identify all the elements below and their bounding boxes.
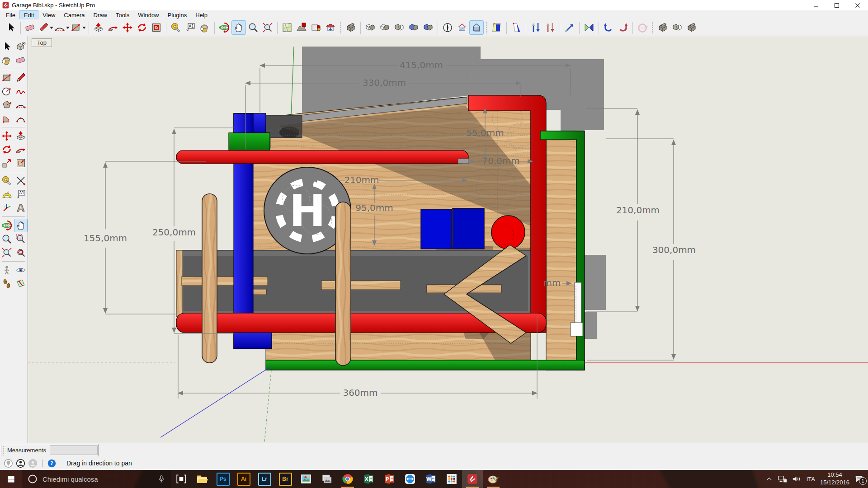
sign-in-avatar[interactable] <box>28 459 38 468</box>
start-button[interactable] <box>0 470 22 488</box>
palette-axes-button[interactable] <box>0 202 13 214</box>
toolbar-curve-redo-button[interactable] <box>616 21 630 34</box>
palette-orbit-button[interactable] <box>0 219 13 232</box>
palette-position-camera-button[interactable] <box>0 264 13 277</box>
toolbar-cube-c-button[interactable] <box>685 21 698 34</box>
toolbar-toggle-terrain-button[interactable] <box>295 21 308 34</box>
toolbar-sandbox-from-scratch-button[interactable] <box>509 21 523 34</box>
toolbar-outer-shell-button[interactable] <box>344 21 358 34</box>
toolbar-rotate-button[interactable] <box>135 21 149 34</box>
dropdown-caret-icon[interactable] <box>50 27 53 29</box>
microphone-icon[interactable] <box>157 474 165 484</box>
taskbar-app-explorer[interactable] <box>192 470 212 488</box>
toolbar-arrows-red-button[interactable] <box>543 21 557 34</box>
volume-icon[interactable] <box>792 475 802 483</box>
toolbar-move-button[interactable] <box>121 21 134 34</box>
palette-paint-button[interactable] <box>0 54 13 66</box>
network-icon[interactable] <box>778 475 787 483</box>
taskbar-app-lightroom[interactable]: Lr <box>254 470 275 488</box>
palette-pushpull-button[interactable] <box>14 130 27 142</box>
palette-pan-button[interactable] <box>14 219 27 232</box>
palette-zoom-button[interactable] <box>0 233 13 245</box>
toolbar-model-info-button[interactable] <box>324 21 337 34</box>
palette-move-button[interactable] <box>0 130 13 142</box>
toolbar-shadows-button[interactable] <box>470 21 483 34</box>
palette-rect-button[interactable] <box>0 71 13 84</box>
palette-scale-button[interactable] <box>0 157 13 169</box>
taskbar-app-excel[interactable]: X <box>358 470 379 488</box>
toolbar-tape-button[interactable] <box>169 21 183 34</box>
toolbar-arc-button[interactable] <box>54 21 70 34</box>
toolbar-solid-split-button[interactable] <box>421 21 435 34</box>
taskbar-app-office-hub[interactable] <box>441 470 462 488</box>
taskbar-app-image-viewer[interactable] <box>316 470 337 488</box>
palette-arc2-button[interactable] <box>14 112 27 125</box>
taskbar-app-sketchup[interactable] <box>462 470 483 488</box>
minimize-button[interactable] <box>806 0 826 10</box>
toolbar-select-button[interactable] <box>4 21 18 34</box>
menu-item-edit[interactable]: Edit <box>20 11 38 19</box>
toolbar-followme-button[interactable] <box>106 21 120 34</box>
toolbar-shadow-settings-button[interactable] <box>455 21 469 34</box>
geolocation-button[interactable] <box>4 459 13 468</box>
menu-item-tools[interactable]: Tools <box>112 11 133 19</box>
toolbar-solid-trim-button[interactable] <box>407 21 420 34</box>
dropdown-caret-icon[interactable] <box>82 27 86 29</box>
menu-item-view[interactable]: View <box>38 11 59 19</box>
toolbar-pan-button[interactable] <box>232 21 245 34</box>
palette-followme-button[interactable] <box>14 143 27 156</box>
toolbar-arrows-blue-button[interactable] <box>529 21 542 34</box>
menu-item-camera[interactable]: Camera <box>60 11 89 19</box>
toolbar-rect-button[interactable] <box>71 21 86 34</box>
dropdown-caret-icon[interactable] <box>66 27 70 29</box>
panel-drag-handle[interactable] <box>2 446 4 455</box>
taskbar-app-task-view[interactable] <box>171 470 192 488</box>
palette-dimension-button[interactable] <box>14 174 27 187</box>
scene-tab-top[interactable]: Top <box>32 38 52 47</box>
toolbar-offset-button[interactable] <box>150 21 163 34</box>
toolbar-solar-north-button[interactable] <box>441 21 454 34</box>
toolbar-curve-undo-button[interactable] <box>602 21 615 34</box>
toolbar-zoom-extents-button[interactable] <box>261 21 274 34</box>
palette-protractor-button[interactable] <box>0 188 13 201</box>
palette-select-button[interactable] <box>0 40 13 53</box>
tray-clock[interactable]: 10:54 15/12/2016 <box>820 471 849 487</box>
taskbar-app-word[interactable]: W <box>420 470 441 488</box>
toolbar-rot-rect-button[interactable] <box>636 21 649 34</box>
toolbar-sandbox-from-contours-button[interactable] <box>490 21 504 34</box>
palette-arc-button[interactable] <box>14 99 27 111</box>
palette-eraser-button[interactable] <box>14 54 27 66</box>
toolbar-orbit-button[interactable] <box>217 21 231 34</box>
taskbar-app-powerpoint[interactable]: P <box>379 470 400 488</box>
palette-make-component-button[interactable] <box>14 40 27 53</box>
toolbar-photo-textures-button[interactable] <box>309 21 323 34</box>
toolbar-solid-union-button[interactable] <box>363 21 377 34</box>
tray-chevron-icon[interactable] <box>766 476 773 482</box>
taskbar-app-teamviewer[interactable] <box>400 470 420 488</box>
palette-polygon-button[interactable] <box>0 99 13 111</box>
toolbar-text-button[interactable]: A1 <box>184 21 197 34</box>
taskbar-app-illustrator[interactable]: Ai <box>233 470 254 488</box>
menu-item-help[interactable]: Help <box>191 11 212 19</box>
palette-section-plane-button[interactable] <box>14 277 27 290</box>
palette-offset-button[interactable] <box>14 157 27 169</box>
menu-item-plugins[interactable]: Plugins <box>164 11 191 19</box>
action-center-button[interactable]: 1 <box>854 475 863 483</box>
toolbar-pushpull-button[interactable] <box>92 21 105 34</box>
taskbar-app-bridge[interactable]: Br <box>275 470 296 488</box>
palette-look-around-button[interactable] <box>14 264 27 277</box>
palette-pie-button[interactable] <box>0 112 13 125</box>
taskbar-app-photoshop[interactable]: Ps <box>212 470 233 488</box>
menu-item-file[interactable]: File <box>2 11 19 19</box>
toolbar-solid-subtract-button[interactable] <box>392 21 406 34</box>
palette-text3d-button[interactable] <box>14 202 27 214</box>
maximize-button[interactable] <box>826 0 847 10</box>
credits-button[interactable] <box>16 459 25 468</box>
toolbar-line-button[interactable] <box>38 21 53 34</box>
toolbar-drag-handle[interactable] <box>486 22 488 33</box>
palette-zoom-window-button[interactable] <box>14 233 27 245</box>
toolbar-zoom-button[interactable] <box>246 21 260 34</box>
palette-zoom-extents-button[interactable] <box>0 246 13 259</box>
palette-circle-button[interactable] <box>0 85 13 98</box>
palette-tape-button[interactable] <box>0 174 13 187</box>
